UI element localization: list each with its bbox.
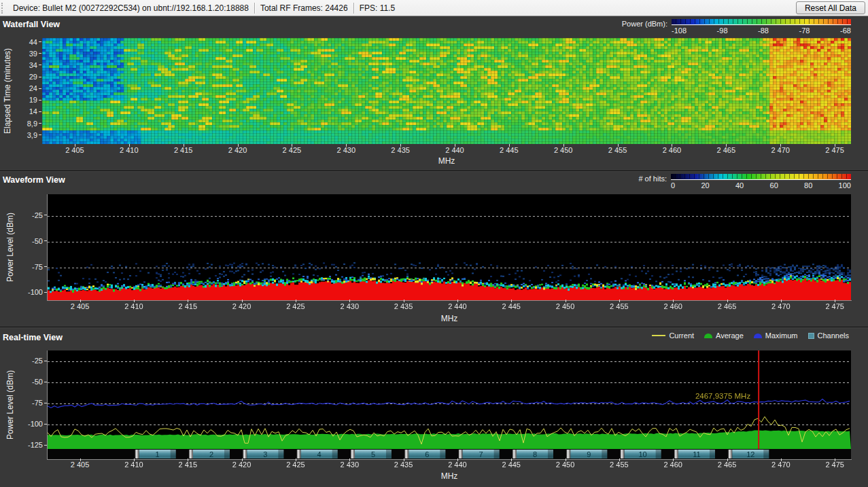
x-tick-mark (727, 458, 728, 461)
x-tick-label: 2 410 (120, 146, 139, 154)
colorbar-tick-label: -98 (717, 26, 728, 35)
toolbar: Device: Bullet M2 (00272292C534) on ubnt… (0, 0, 868, 16)
legend-item-maximum: Maximum (754, 331, 798, 340)
x-tick-mark (242, 458, 243, 461)
x-tick-label: 2 415 (178, 461, 197, 469)
x-tick-mark (780, 144, 781, 147)
x-tick-label: 2 450 (556, 461, 575, 469)
y-tick-mark (39, 41, 41, 42)
x-tick-label: 2 475 (825, 461, 844, 469)
y-tick-label: 34 (29, 61, 37, 69)
y-tick-label: -25 (32, 357, 43, 365)
colorbar-tick-label: 0 (671, 181, 675, 190)
x-tick-mark (134, 300, 135, 302)
x-tick-mark (400, 144, 401, 147)
realtime-title: Real-time View (3, 333, 63, 342)
y-tick-mark (39, 134, 41, 135)
y-tick-label: 3,9 (27, 131, 37, 139)
x-tick-label: 2 460 (663, 302, 682, 310)
power-gradient-bar (672, 19, 851, 25)
x-tick-label: 2 405 (71, 302, 90, 310)
x-tick-label: 2 470 (771, 461, 791, 469)
x-tick-mark (238, 144, 239, 147)
y-tick-mark (39, 111, 41, 112)
x-tick-mark (457, 300, 458, 302)
x-tick-label: 2 435 (394, 302, 413, 310)
realtime-x-axis-line (47, 459, 852, 460)
x-tick-label: 2 435 (391, 146, 410, 154)
x-tick-mark (673, 458, 674, 461)
x-tick-label: 2 470 (771, 302, 791, 310)
x-tick-mark (619, 300, 620, 302)
waterfall-x-axis-unit: MHz (438, 156, 455, 166)
x-tick-mark (618, 144, 619, 147)
y-tick-mark (44, 292, 47, 293)
x-tick-mark (673, 300, 674, 302)
legend-label: Maximum (765, 331, 798, 340)
hits-colorbar: # of hits: 020406080100 (638, 174, 851, 190)
x-tick-mark (296, 458, 296, 461)
y-tick-mark (44, 445, 47, 446)
x-tick-label: 2 435 (394, 461, 413, 469)
x-tick-label: 2 440 (448, 302, 467, 310)
x-tick-mark (242, 300, 243, 302)
x-tick-mark (835, 458, 835, 461)
y-tick-mark (44, 240, 47, 241)
hits-gradient-bar (671, 174, 851, 180)
channels-swatch-icon (808, 333, 814, 339)
x-tick-label: 2 405 (71, 461, 90, 469)
y-tick-mark (44, 403, 47, 403)
x-tick-mark (349, 458, 350, 461)
y-tick-label: -100 (28, 288, 43, 296)
colorbar-tick-label: 100 (839, 181, 851, 190)
power-colorbar: Power (dBm): -108-98-88-78-68 (622, 19, 851, 35)
x-tick-label: 2 445 (502, 302, 521, 310)
hits-colorbar-ticks: 020406080100 (671, 181, 851, 190)
realtime-spectrum-plot[interactable] (48, 350, 851, 459)
y-tick-label: 8,9 (27, 120, 37, 128)
toolbar-grip (1, 3, 4, 14)
x-tick-mark (455, 144, 455, 147)
colorbar-tick-label: 20 (701, 181, 709, 190)
current-swatch-icon (652, 335, 665, 336)
rf-frames-count: Total RF Frames: 24426 (255, 3, 353, 13)
legend-item-channels: Channels (808, 331, 849, 340)
x-tick-mark (726, 144, 727, 147)
y-tick-mark (39, 123, 41, 124)
x-tick-label: 2 425 (283, 146, 302, 154)
y-tick-label: -125 (28, 441, 43, 449)
x-tick-label: 2 470 (771, 146, 790, 154)
x-tick-mark (404, 300, 404, 302)
x-tick-label: 2 420 (232, 461, 251, 469)
y-tick-label: -50 (32, 378, 43, 386)
y-tick-mark (39, 53, 41, 54)
waterfall-y-axis-title: Elapsed Time (minutes) (3, 38, 12, 144)
power-colorbar-label: Power (dBm): (622, 20, 667, 28)
x-tick-label: 2 415 (174, 146, 193, 154)
maximum-swatch-icon (754, 333, 762, 338)
y-tick-label: -50 (32, 237, 43, 245)
x-tick-label: 2 475 (825, 146, 844, 154)
x-tick-mark (75, 144, 75, 147)
legend-item-average: Average (704, 331, 744, 340)
y-tick-mark (39, 88, 41, 89)
waveform-y-axis-title: Power Level (dBm) (5, 194, 15, 300)
x-tick-label: 2 445 (502, 461, 521, 469)
x-tick-mark (296, 300, 296, 302)
colorbar-tick-label: 80 (804, 181, 812, 190)
y-tick-label: 14 (29, 107, 37, 115)
reset-all-data-button[interactable]: Reset All Data (796, 1, 865, 14)
waveform-x-axis-unit: MHz (441, 314, 458, 323)
y-tick-mark (44, 382, 47, 382)
waveform-histogram (48, 194, 851, 300)
x-tick-mark (781, 300, 782, 302)
x-tick-label: 2 430 (336, 146, 355, 154)
x-tick-mark (80, 458, 81, 461)
x-tick-mark (566, 458, 566, 461)
waterfall-title: Waterfall View (3, 20, 60, 29)
x-tick-label: 2 420 (228, 146, 247, 154)
x-tick-label: 2 455 (610, 461, 629, 469)
y-tick-label: 24 (29, 84, 37, 92)
legend-label: Channels (818, 331, 849, 340)
y-tick-mark (44, 424, 47, 425)
